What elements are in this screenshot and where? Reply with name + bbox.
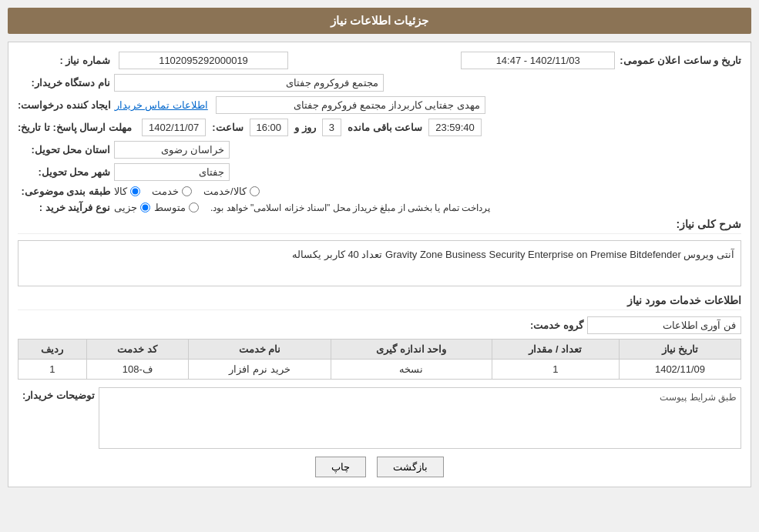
- buyer-notes-box: طبق شرایط پیوست: [99, 387, 741, 449]
- deadline-days: 3: [322, 119, 341, 136]
- announce-date-value: 1402/11/03 - 14:47: [461, 52, 615, 69]
- col-service-code: کد خدمت: [86, 340, 188, 360]
- cell-row_num: 1: [18, 360, 87, 380]
- col-service-name: نام خدمت: [188, 340, 331, 360]
- category-service[interactable]: خدمت: [152, 186, 192, 197]
- deadline-remaining-label: ساعت باقی مانده: [348, 122, 422, 133]
- creator-value: مهدی جفتایی کاربرداز مجتمع فروکروم جفتای: [216, 96, 485, 114]
- buyer-notes-inner-label: طبق شرایط پیوست: [103, 392, 737, 403]
- services-section-title: اطلاعات خدمات مورد نیاز: [18, 294, 741, 310]
- service-group-label: گروه خدمت:: [506, 320, 583, 331]
- deadline-remaining: 23:59:40: [428, 119, 482, 136]
- cell-quantity: 1: [492, 360, 619, 380]
- city-value: جفتای: [114, 163, 230, 181]
- col-unit: واحد اندازه گیری: [331, 340, 492, 360]
- category-goods-service[interactable]: کالا/خدمت: [203, 186, 260, 197]
- buyer-station-value: مجتمع فروکروم جفتای: [114, 74, 384, 92]
- col-row-num: ردیف: [18, 340, 87, 360]
- announce-date-label: تاریخ و ساعت اعلان عمومی:: [620, 55, 741, 66]
- process-medium[interactable]: متوسط: [154, 202, 199, 213]
- process-desc: پرداخت تمام یا بخشی از مبلغ خریداز محل "…: [210, 202, 490, 213]
- category-label: طبقه بندی موضوعی:: [18, 186, 110, 197]
- col-quantity: تعداد / مقدار: [492, 340, 619, 360]
- cell-date: 1402/11/09: [619, 360, 741, 380]
- deadline-days-label: روز و: [294, 122, 316, 133]
- page-title: جزئیات اطلاعات نیاز: [8, 8, 751, 34]
- process-label: نوع فرآیند خرید :: [18, 202, 110, 213]
- need-desc-section-title: شرح کلی نیاز:: [18, 218, 741, 234]
- category-service-label: خدمت: [152, 186, 179, 197]
- city-label: شهر محل تحویل:: [18, 166, 110, 178]
- col-date: تاریخ نیاز: [619, 340, 741, 360]
- service-group-value: فن آوری اطلاعات: [587, 316, 741, 334]
- category-goods[interactable]: کالا: [114, 186, 140, 197]
- cell-unit: نسخه: [331, 360, 492, 380]
- deadline-label: مهلت ارسال پاسخ: تا تاریخ:: [18, 122, 132, 133]
- creator-label: ایجاد کننده درخواست:: [18, 99, 111, 111]
- cell-service_name: خرید نرم افزار: [188, 360, 331, 380]
- process-part-label: جزیی: [114, 202, 137, 213]
- category-goods-radio[interactable]: [130, 186, 140, 196]
- table-row: 1402/11/091نسخهخرید نرم افزارف-1081: [18, 360, 741, 380]
- buyer-notes-label: توضیحات خریدار:: [18, 390, 95, 401]
- print-button[interactable]: چاپ: [315, 457, 366, 477]
- services-table: تاریخ نیاز تعداد / مقدار واحد اندازه گیر…: [18, 339, 741, 380]
- category-goods-label: کالا: [114, 186, 127, 197]
- category-goods-service-label: کالا/خدمت: [203, 186, 247, 197]
- back-button[interactable]: بازگشت: [377, 457, 444, 477]
- creator-contact-link[interactable]: اطلاعات تماس خریدار: [115, 99, 208, 111]
- process-part[interactable]: جزیی: [114, 202, 150, 213]
- deadline-date: 1402/11/07: [142, 119, 206, 136]
- process-medium-radio[interactable]: [189, 202, 199, 212]
- need-number-value: 1102095292000019: [119, 52, 288, 69]
- deadline-time: 16:00: [250, 119, 289, 136]
- buyer-station-label: نام دستگاه خریدار:: [18, 77, 110, 89]
- cell-service_code: ف-108: [86, 360, 188, 380]
- process-medium-label: متوسط: [154, 202, 186, 213]
- province-label: استان محل تحویل:: [18, 144, 110, 156]
- category-service-radio[interactable]: [182, 186, 192, 196]
- category-goods-service-radio[interactable]: [250, 186, 260, 196]
- deadline-time-label: ساعت:: [212, 122, 243, 133]
- process-part-radio[interactable]: [140, 202, 150, 212]
- need-number-label: شماره نیاز :: [18, 55, 110, 66]
- need-desc-box: آنتی ویروس Gravity Zone Business Securit…: [18, 240, 741, 286]
- province-value: خراسان رضوی: [114, 141, 230, 159]
